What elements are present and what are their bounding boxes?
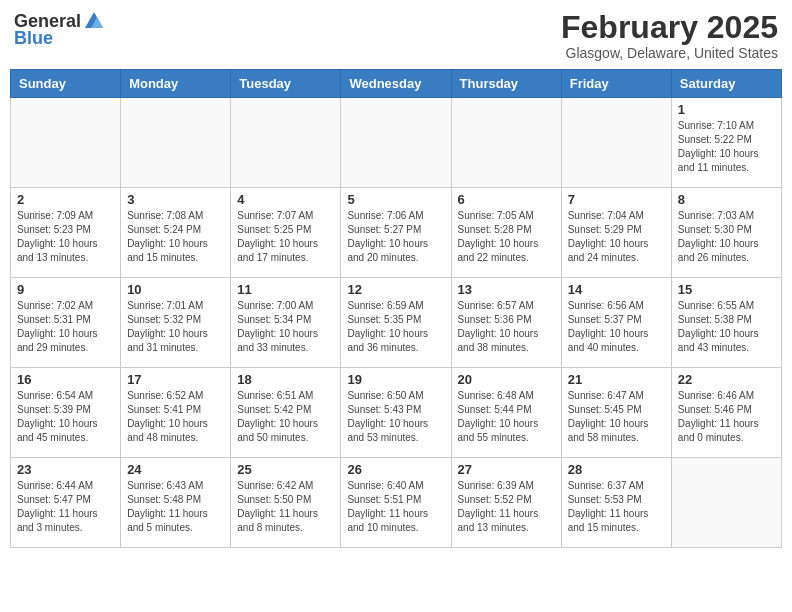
day-info: Sunrise: 6:59 AM Sunset: 5:35 PM Dayligh…: [347, 299, 444, 355]
calendar-day-cell: 9Sunrise: 7:02 AM Sunset: 5:31 PM Daylig…: [11, 278, 121, 368]
calendar-day-cell: 12Sunrise: 6:59 AM Sunset: 5:35 PM Dayli…: [341, 278, 451, 368]
calendar-week-row: 9Sunrise: 7:02 AM Sunset: 5:31 PM Daylig…: [11, 278, 782, 368]
day-info: Sunrise: 6:47 AM Sunset: 5:45 PM Dayligh…: [568, 389, 665, 445]
day-number: 15: [678, 282, 775, 297]
calendar-day-cell: 24Sunrise: 6:43 AM Sunset: 5:48 PM Dayli…: [121, 458, 231, 548]
calendar-day-cell: 8Sunrise: 7:03 AM Sunset: 5:30 PM Daylig…: [671, 188, 781, 278]
day-info: Sunrise: 6:43 AM Sunset: 5:48 PM Dayligh…: [127, 479, 224, 535]
weekday-header: Sunday: [11, 70, 121, 98]
day-info: Sunrise: 6:52 AM Sunset: 5:41 PM Dayligh…: [127, 389, 224, 445]
day-number: 21: [568, 372, 665, 387]
day-number: 1: [678, 102, 775, 117]
calendar-table: SundayMondayTuesdayWednesdayThursdayFrid…: [10, 69, 782, 548]
calendar-header-row: SundayMondayTuesdayWednesdayThursdayFrid…: [11, 70, 782, 98]
calendar-day-cell: 13Sunrise: 6:57 AM Sunset: 5:36 PM Dayli…: [451, 278, 561, 368]
day-number: 14: [568, 282, 665, 297]
calendar-day-cell: 25Sunrise: 6:42 AM Sunset: 5:50 PM Dayli…: [231, 458, 341, 548]
day-info: Sunrise: 7:04 AM Sunset: 5:29 PM Dayligh…: [568, 209, 665, 265]
day-number: 3: [127, 192, 224, 207]
day-info: Sunrise: 7:08 AM Sunset: 5:24 PM Dayligh…: [127, 209, 224, 265]
day-number: 20: [458, 372, 555, 387]
day-info: Sunrise: 7:05 AM Sunset: 5:28 PM Dayligh…: [458, 209, 555, 265]
day-info: Sunrise: 6:56 AM Sunset: 5:37 PM Dayligh…: [568, 299, 665, 355]
calendar-day-cell: [341, 98, 451, 188]
calendar-day-cell: 6Sunrise: 7:05 AM Sunset: 5:28 PM Daylig…: [451, 188, 561, 278]
logo: General Blue: [14, 10, 105, 49]
calendar-day-cell: 11Sunrise: 7:00 AM Sunset: 5:34 PM Dayli…: [231, 278, 341, 368]
logo-blue: Blue: [14, 28, 53, 49]
day-number: 13: [458, 282, 555, 297]
day-info: Sunrise: 7:07 AM Sunset: 5:25 PM Dayligh…: [237, 209, 334, 265]
day-number: 6: [458, 192, 555, 207]
day-info: Sunrise: 6:50 AM Sunset: 5:43 PM Dayligh…: [347, 389, 444, 445]
day-number: 10: [127, 282, 224, 297]
day-number: 19: [347, 372, 444, 387]
weekday-header: Wednesday: [341, 70, 451, 98]
day-number: 11: [237, 282, 334, 297]
day-number: 4: [237, 192, 334, 207]
calendar-day-cell: 22Sunrise: 6:46 AM Sunset: 5:46 PM Dayli…: [671, 368, 781, 458]
calendar-day-cell: 21Sunrise: 6:47 AM Sunset: 5:45 PM Dayli…: [561, 368, 671, 458]
calendar-day-cell: 1Sunrise: 7:10 AM Sunset: 5:22 PM Daylig…: [671, 98, 781, 188]
calendar-day-cell: 19Sunrise: 6:50 AM Sunset: 5:43 PM Dayli…: [341, 368, 451, 458]
weekday-header: Friday: [561, 70, 671, 98]
month-year: February 2025: [561, 10, 778, 45]
weekday-header: Saturday: [671, 70, 781, 98]
day-info: Sunrise: 7:01 AM Sunset: 5:32 PM Dayligh…: [127, 299, 224, 355]
calendar-day-cell: 2Sunrise: 7:09 AM Sunset: 5:23 PM Daylig…: [11, 188, 121, 278]
day-number: 12: [347, 282, 444, 297]
calendar-day-cell: 18Sunrise: 6:51 AM Sunset: 5:42 PM Dayli…: [231, 368, 341, 458]
calendar-week-row: 2Sunrise: 7:09 AM Sunset: 5:23 PM Daylig…: [11, 188, 782, 278]
calendar-day-cell: 16Sunrise: 6:54 AM Sunset: 5:39 PM Dayli…: [11, 368, 121, 458]
calendar-day-cell: [451, 98, 561, 188]
day-number: 26: [347, 462, 444, 477]
calendar-day-cell: 17Sunrise: 6:52 AM Sunset: 5:41 PM Dayli…: [121, 368, 231, 458]
day-info: Sunrise: 6:37 AM Sunset: 5:53 PM Dayligh…: [568, 479, 665, 535]
day-info: Sunrise: 6:44 AM Sunset: 5:47 PM Dayligh…: [17, 479, 114, 535]
day-info: Sunrise: 7:06 AM Sunset: 5:27 PM Dayligh…: [347, 209, 444, 265]
location: Glasgow, Delaware, United States: [561, 45, 778, 61]
day-number: 7: [568, 192, 665, 207]
calendar-day-cell: [561, 98, 671, 188]
day-number: 18: [237, 372, 334, 387]
day-number: 9: [17, 282, 114, 297]
day-number: 8: [678, 192, 775, 207]
day-number: 22: [678, 372, 775, 387]
day-info: Sunrise: 6:54 AM Sunset: 5:39 PM Dayligh…: [17, 389, 114, 445]
day-number: 25: [237, 462, 334, 477]
day-info: Sunrise: 6:57 AM Sunset: 5:36 PM Dayligh…: [458, 299, 555, 355]
calendar-day-cell: [671, 458, 781, 548]
page-header: General Blue February 2025 Glasgow, Dela…: [10, 10, 782, 61]
title-block: February 2025 Glasgow, Delaware, United …: [561, 10, 778, 61]
day-number: 5: [347, 192, 444, 207]
weekday-header: Tuesday: [231, 70, 341, 98]
day-info: Sunrise: 6:55 AM Sunset: 5:38 PM Dayligh…: [678, 299, 775, 355]
day-info: Sunrise: 6:48 AM Sunset: 5:44 PM Dayligh…: [458, 389, 555, 445]
weekday-header: Thursday: [451, 70, 561, 98]
calendar-day-cell: 28Sunrise: 6:37 AM Sunset: 5:53 PM Dayli…: [561, 458, 671, 548]
calendar-day-cell: 27Sunrise: 6:39 AM Sunset: 5:52 PM Dayli…: [451, 458, 561, 548]
day-info: Sunrise: 7:00 AM Sunset: 5:34 PM Dayligh…: [237, 299, 334, 355]
day-info: Sunrise: 6:40 AM Sunset: 5:51 PM Dayligh…: [347, 479, 444, 535]
weekday-header: Monday: [121, 70, 231, 98]
day-info: Sunrise: 7:09 AM Sunset: 5:23 PM Dayligh…: [17, 209, 114, 265]
day-number: 27: [458, 462, 555, 477]
day-number: 24: [127, 462, 224, 477]
calendar-day-cell: 7Sunrise: 7:04 AM Sunset: 5:29 PM Daylig…: [561, 188, 671, 278]
calendar-day-cell: 20Sunrise: 6:48 AM Sunset: 5:44 PM Dayli…: [451, 368, 561, 458]
calendar-day-cell: 3Sunrise: 7:08 AM Sunset: 5:24 PM Daylig…: [121, 188, 231, 278]
calendar-day-cell: [121, 98, 231, 188]
day-info: Sunrise: 6:46 AM Sunset: 5:46 PM Dayligh…: [678, 389, 775, 445]
day-number: 17: [127, 372, 224, 387]
day-number: 23: [17, 462, 114, 477]
calendar-day-cell: 5Sunrise: 7:06 AM Sunset: 5:27 PM Daylig…: [341, 188, 451, 278]
day-info: Sunrise: 6:39 AM Sunset: 5:52 PM Dayligh…: [458, 479, 555, 535]
day-info: Sunrise: 7:10 AM Sunset: 5:22 PM Dayligh…: [678, 119, 775, 175]
logo-icon: [83, 10, 105, 32]
calendar-day-cell: 26Sunrise: 6:40 AM Sunset: 5:51 PM Dayli…: [341, 458, 451, 548]
day-number: 28: [568, 462, 665, 477]
calendar-day-cell: 15Sunrise: 6:55 AM Sunset: 5:38 PM Dayli…: [671, 278, 781, 368]
calendar-week-row: 1Sunrise: 7:10 AM Sunset: 5:22 PM Daylig…: [11, 98, 782, 188]
day-info: Sunrise: 6:42 AM Sunset: 5:50 PM Dayligh…: [237, 479, 334, 535]
calendar-day-cell: 14Sunrise: 6:56 AM Sunset: 5:37 PM Dayli…: [561, 278, 671, 368]
